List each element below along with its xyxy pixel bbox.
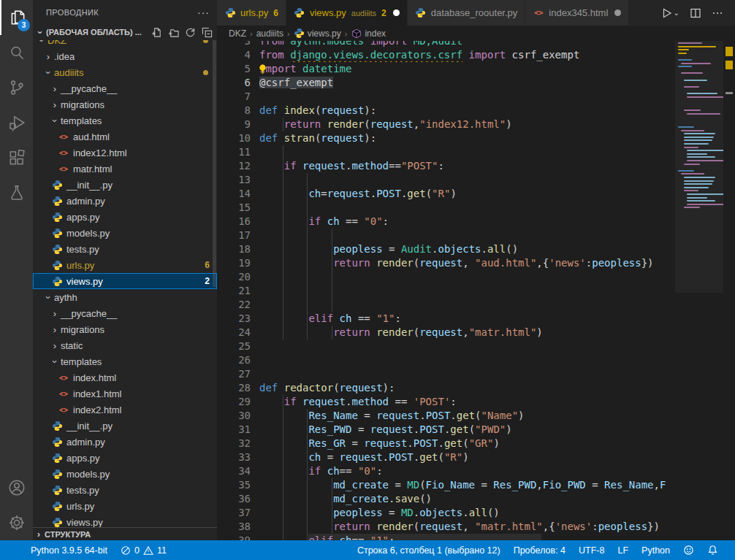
code-line-14[interactable]: ch=request.POST.get("R") (259, 187, 674, 201)
code-line-35[interactable]: md_create = MD(Fio_Name = Res_PWD,Fio_PW… (259, 478, 674, 492)
file-tests.py[interactable]: tests.py (33, 241, 217, 257)
code-line-24[interactable]: return render(request,"matr.html") (259, 326, 674, 340)
outline-section-header[interactable]: › СТРУКТУРА (33, 527, 217, 540)
folder-audiiits[interactable]: ›audiiits (33, 64, 217, 80)
code-line-38[interactable]: return render(request, "matr.html",{'new… (259, 520, 674, 534)
code-line-34[interactable]: if ch== "0": (259, 464, 674, 478)
file-index12.html[interactable]: <>index12.html (33, 145, 217, 161)
activity-bar-item-account[interactable] (0, 470, 33, 505)
status-encoding[interactable]: UTF-8 (572, 545, 611, 556)
code-line-11[interactable] (259, 145, 674, 159)
file-apps.py[interactable]: apps.py (33, 450, 217, 466)
status-language-mode[interactable]: Python (635, 545, 677, 556)
code-line-10[interactable]: def stran(request): (259, 131, 674, 145)
code-line-26[interactable] (259, 353, 674, 367)
file-models.py[interactable]: models.py (33, 225, 217, 241)
file-urls.py[interactable]: urls.py (33, 498, 217, 514)
sidebar-scrollbar[interactable] (213, 40, 216, 287)
code-line-8[interactable]: def index(request): (259, 104, 674, 118)
workspace-section-header[interactable]: › (РАБОЧАЯ ОБЛАСТЬ) ... (33, 24, 217, 40)
status-cursor-position[interactable]: Строка 6, столбец 1 (выбрано 12) (351, 545, 507, 556)
code-line-21[interactable] (259, 284, 674, 298)
file-admin.py[interactable]: admin.py (33, 434, 217, 450)
more-actions-button[interactable] (712, 7, 723, 19)
folder-__pycache__[interactable]: ›__pycache__ (33, 80, 217, 96)
code-line-33[interactable]: ch = request.POST.get("R") (259, 450, 674, 464)
tab-urls.py[interactable]: urls.py6 (217, 0, 286, 26)
code-line-20[interactable] (259, 270, 674, 284)
file-aud.html[interactable]: <>aud.html (33, 129, 217, 145)
folder-__pycache__[interactable]: ›__pycache__ (33, 305, 217, 321)
code-editor[interactable]: 3456789101112131415161718192021222324252… (217, 41, 735, 540)
breadcrumb-item-views.py[interactable]: views.py (294, 28, 341, 39)
code-line-22[interactable] (259, 298, 674, 312)
run-button[interactable]: ⌄ (660, 7, 679, 19)
file-matr.html[interactable]: <>matr.html (33, 161, 217, 177)
breadcrumb-item-index[interactable]: index (351, 28, 386, 39)
code-line-13[interactable] (259, 173, 674, 187)
activity-bar-item-testing[interactable] (0, 175, 33, 210)
folder-templates[interactable]: ›templates (33, 353, 217, 369)
code-line-12[interactable]: if request.method=="POST": (259, 159, 674, 173)
overview-ruler[interactable] (723, 41, 735, 540)
code-line-32[interactable]: Res_GR = request.POST.get("GR") (259, 437, 674, 450)
split-editor-button[interactable] (690, 7, 701, 19)
minimap[interactable] (675, 41, 723, 540)
code-line-25[interactable] (259, 340, 674, 353)
file-views.py[interactable]: views.py (33, 514, 217, 527)
file-__init__.py[interactable]: __init__.py (33, 418, 217, 434)
code-line-5[interactable]: import datetime (259, 62, 674, 76)
file-index2.html[interactable]: <>index2.html (33, 402, 217, 418)
refresh-icon[interactable] (185, 27, 196, 38)
status-notifications[interactable] (701, 545, 725, 556)
code-line-31[interactable]: Res_PWD = request.POST.get("PWD") (259, 423, 674, 437)
code-line-30[interactable]: Res_Name = request.POST.get("Name") (259, 409, 674, 423)
tab-index345.html[interactable]: <>index345.html (525, 0, 629, 26)
code-line-3[interactable]: from aythh.models import MD,Audit (259, 41, 674, 48)
file-apps.py[interactable]: apps.py (33, 209, 217, 225)
views-and-more-actions-icon[interactable]: ··· (197, 7, 210, 18)
file-urls.py[interactable]: urls.py6 (33, 257, 217, 273)
code-line-4[interactable]: from django.views.decorators.csrf import… (259, 48, 674, 62)
code-line-18[interactable]: peopless = Audit.objects.all() (259, 242, 674, 256)
collapse-all-icon[interactable] (202, 27, 213, 38)
code-line-27[interactable] (259, 367, 674, 381)
folder-static[interactable]: ›static (33, 337, 217, 353)
code-line-39[interactable]: elif ch== "1": (259, 534, 674, 540)
activity-bar-item-explorer[interactable]: 3 (0, 0, 33, 35)
file-index.html[interactable]: <>index.html (33, 369, 217, 386)
status-feedback[interactable] (677, 545, 701, 556)
file-models.py[interactable]: models.py (33, 466, 217, 482)
new-file-icon[interactable] (151, 27, 162, 38)
folder-.idea[interactable]: ›.idea (33, 48, 217, 64)
status-indentation[interactable]: Пробелов: 4 (507, 545, 572, 556)
file-__init__.py[interactable]: __init__.py (33, 177, 217, 193)
code-line-7[interactable] (259, 90, 674, 104)
code-line-29[interactable]: if request.method == 'POST': (259, 395, 674, 409)
breadcrumb-item-DKZ[interactable]: DKZ (229, 28, 246, 39)
tab-views.py[interactable]: views.pyaudiiits2 (286, 0, 408, 26)
file-tests.py[interactable]: tests.py (33, 482, 217, 498)
status-python-interpreter[interactable]: Python 3.9.5 64-bit (24, 545, 114, 556)
code-line-37[interactable]: peopless = MD.objects.all() (259, 506, 674, 520)
code-line-9[interactable]: return render(request,"index12.html") (259, 118, 674, 131)
code-line-15[interactable] (259, 201, 674, 215)
activity-bar-item-extensions[interactable] (0, 140, 33, 175)
activity-bar-item-source-control[interactable] (0, 70, 33, 105)
code-line-19[interactable]: return render(request, "aud.html",{'news… (259, 256, 674, 270)
status-problems[interactable]: 011 (114, 545, 173, 556)
file-admin.py[interactable]: admin.py (33, 193, 217, 209)
file-views.py[interactable]: views.py2 (33, 273, 217, 289)
tab-database_roouter.py[interactable]: database_roouter.py (408, 0, 526, 26)
folder-migrations[interactable]: ›migrations (33, 321, 217, 337)
file-index1.html[interactable]: <>index1.html (33, 386, 217, 402)
code-line-36[interactable]: md_create.save() (259, 492, 674, 506)
breadcrumb-item-audiiits[interactable]: audiiits (256, 28, 283, 39)
new-folder-icon[interactable] (168, 27, 179, 38)
activity-bar-item-search[interactable] (0, 35, 33, 70)
folder-migrations[interactable]: ›migrations (33, 96, 217, 112)
code-line-17[interactable] (259, 229, 674, 242)
code-line-6[interactable]: @csrf_exempt (259, 76, 674, 90)
code-line-23[interactable]: elif ch == "1": (259, 312, 674, 326)
activity-bar-item-settings[interactable] (0, 505, 33, 540)
